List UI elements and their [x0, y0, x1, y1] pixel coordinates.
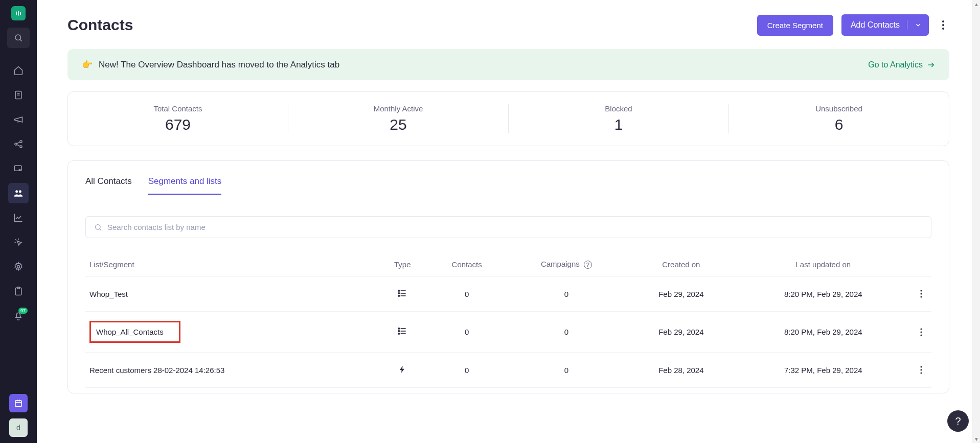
- stat-value: 1: [509, 116, 728, 133]
- sidebar-item-clipboard[interactable]: [8, 281, 29, 301]
- help-icon[interactable]: ?: [584, 261, 592, 269]
- svg-point-27: [96, 224, 100, 229]
- stat-label: Monthly Active: [288, 104, 508, 113]
- more-actions-button[interactable]: [937, 17, 949, 33]
- add-contacts-button[interactable]: Add Contacts: [841, 14, 907, 36]
- column-last-updated: Last updated on: [736, 252, 911, 276]
- sidebar-item-settings[interactable]: [8, 257, 29, 277]
- notification-badge: 97: [18, 308, 28, 314]
- svg-point-33: [398, 292, 400, 294]
- svg-point-36: [920, 293, 922, 294]
- stat-label: Blocked: [509, 104, 728, 113]
- go-to-analytics-link[interactable]: Go to Analytics: [868, 60, 935, 69]
- row-last-updated: 8:20 PM, Feb 29, 2024: [736, 276, 911, 312]
- table-row: Whop_All_Contacts00Feb 29, 20248:20 PM, …: [85, 312, 931, 353]
- row-contacts: 0: [428, 312, 506, 353]
- svg-point-24: [942, 24, 944, 26]
- search-row: [85, 216, 931, 238]
- svg-point-25: [942, 28, 944, 30]
- create-segment-button[interactable]: Create Segment: [757, 15, 833, 36]
- user-initial: d: [16, 424, 20, 432]
- bolt-icon: [398, 364, 406, 375]
- page-title: Contacts: [67, 16, 133, 34]
- svg-point-23: [942, 20, 944, 22]
- svg-point-46: [920, 334, 922, 336]
- scroll-down-arrow[interactable]: ▼: [972, 435, 980, 443]
- row-contacts: 0: [428, 353, 506, 388]
- sidebar-item-home[interactable]: [8, 60, 29, 81]
- sidebar: 97 d: [0, 0, 37, 443]
- scrollbar-track[interactable]: ▲ ▼: [972, 0, 980, 443]
- tab-segments-lists[interactable]: Segments and lists: [148, 176, 222, 195]
- stat-value: 25: [288, 116, 508, 133]
- stat-total-contacts: Total Contacts 679: [68, 104, 288, 133]
- svg-point-45: [920, 331, 922, 333]
- row-created-on: Feb 29, 2024: [627, 312, 736, 353]
- sidebar-item-click[interactable]: [8, 232, 29, 252]
- segments-table: List/Segment Type Contacts Campaigns ? C…: [85, 252, 931, 388]
- svg-point-15: [19, 190, 21, 193]
- sidebar-search-button[interactable]: [7, 28, 30, 48]
- banner-text: New! The Overview Dashboard has moved to…: [99, 60, 339, 70]
- row-name[interactable]: Whop_Test: [89, 290, 128, 298]
- table-row: Whop_Test00Feb 29, 20248:20 PM, Feb 29, …: [85, 276, 931, 312]
- sidebar-item-content[interactable]: [8, 85, 29, 105]
- svg-line-11: [17, 142, 20, 144]
- sidebar-user-avatar[interactable]: d: [9, 418, 28, 437]
- svg-point-44: [920, 328, 922, 330]
- column-campaigns: Campaigns ?: [506, 252, 627, 276]
- sidebar-item-notifications[interactable]: 97: [8, 306, 29, 326]
- help-fab-button[interactable]: ?: [947, 410, 969, 432]
- svg-line-12: [17, 145, 20, 146]
- search-input[interactable]: [107, 223, 923, 231]
- svg-point-32: [398, 290, 400, 291]
- row-campaigns: 0: [506, 276, 627, 312]
- search-icon: [94, 223, 102, 231]
- stat-blocked: Blocked 1: [509, 104, 729, 133]
- row-name[interactable]: Whop_All_Contacts: [89, 321, 180, 343]
- segments-table-card: All Contacts Segments and lists List/Seg…: [67, 160, 949, 393]
- stat-value: 6: [729, 116, 949, 133]
- list-icon: [397, 326, 407, 336]
- svg-point-35: [920, 290, 922, 291]
- scroll-up-arrow[interactable]: ▲: [972, 0, 980, 8]
- sidebar-calendar-button[interactable]: [9, 394, 28, 412]
- analytics-banner: 👉 New! The Overview Dashboard has moved …: [67, 49, 949, 80]
- sidebar-item-contacts[interactable]: [8, 183, 29, 203]
- page-header: Contacts Create Segment Add Contacts: [67, 14, 949, 36]
- svg-line-28: [100, 229, 101, 230]
- row-created-on: Feb 28, 2024: [627, 353, 736, 388]
- add-contacts-caret[interactable]: [907, 15, 929, 35]
- row-actions-button[interactable]: [915, 286, 927, 302]
- stat-unsubscribed: Unsubscribed 6: [729, 104, 949, 133]
- column-list-segment: List/Segment: [85, 252, 377, 276]
- svg-rect-19: [15, 401, 21, 407]
- sidebar-item-popup[interactable]: [8, 158, 29, 179]
- svg-rect-13: [15, 166, 21, 171]
- row-actions-button[interactable]: [915, 362, 927, 378]
- row-campaigns: 0: [506, 353, 627, 388]
- sidebar-item-share[interactable]: [8, 134, 29, 154]
- banner-link-label: Go to Analytics: [868, 60, 923, 69]
- stat-label: Total Contacts: [68, 104, 288, 113]
- row-last-updated: 7:32 PM, Feb 29, 2024: [736, 353, 911, 388]
- row-last-updated: 8:20 PM, Feb 29, 2024: [736, 312, 911, 353]
- svg-point-41: [398, 328, 400, 330]
- app-logo[interactable]: [11, 6, 26, 20]
- column-type: Type: [377, 252, 428, 276]
- row-name[interactable]: Recent customers 28-02-2024 14:26:53: [89, 366, 224, 375]
- tab-all-contacts[interactable]: All Contacts: [85, 176, 132, 195]
- svg-point-48: [920, 369, 922, 370]
- main-content: Contacts Create Segment Add Contacts 👉 N…: [37, 0, 980, 443]
- column-contacts: Contacts: [428, 252, 506, 276]
- sidebar-item-analytics[interactable]: [8, 207, 29, 228]
- row-campaigns: 0: [506, 312, 627, 353]
- svg-point-47: [920, 366, 922, 367]
- svg-point-16: [17, 266, 20, 268]
- sidebar-item-campaigns[interactable]: [8, 109, 29, 130]
- row-actions-button[interactable]: [915, 324, 927, 340]
- stat-value: 679: [68, 116, 288, 133]
- svg-point-37: [920, 296, 922, 297]
- stat-monthly-active: Monthly Active 25: [288, 104, 509, 133]
- column-campaigns-label: Campaigns: [541, 260, 580, 268]
